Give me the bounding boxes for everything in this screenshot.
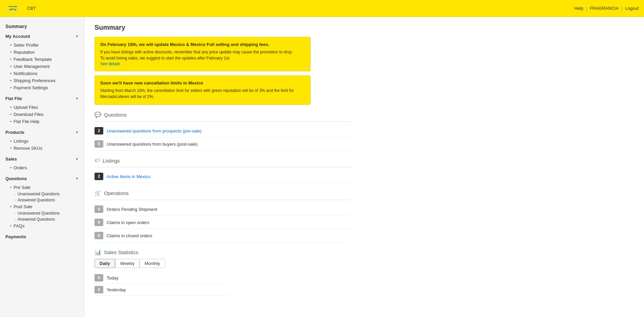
sidebar-section-products[interactable]: Products ▼ [0, 127, 84, 138]
tab-monthly[interactable]: Monthly [139, 259, 165, 268]
tab-daily[interactable]: Daily [95, 259, 115, 268]
badge-unanswered-post: 0 [95, 140, 103, 148]
sidebar-item-download-files[interactable]: Download Files [5, 111, 79, 118]
logout-link[interactable]: Logout [625, 6, 639, 11]
header-sep-2: | [621, 6, 622, 11]
user-label: FRAGRANCIA [590, 6, 619, 11]
sidebar-item-payment-settings[interactable]: Payment Settings [5, 84, 79, 91]
sidebar-section-label-payments: Payments [5, 234, 26, 239]
operations-row-pending: 0 Orders Pending Shipment [95, 203, 351, 216]
main-content: Summary On February 10th, we will update… [84, 17, 644, 317]
sidebar-item-user-management[interactable]: User Management [5, 63, 79, 70]
orders-pending-text: Orders Pending Shipment [107, 207, 157, 212]
sidebar-item-faqs[interactable]: FAQs [5, 222, 79, 229]
sidebar-section-label-flat-file: Flat File [5, 96, 22, 101]
claims-closed-text: Claims in closed orders [107, 233, 152, 238]
claims-open-text: Claims in open orders [107, 220, 149, 225]
cart-icon: 🛒 [95, 190, 101, 196]
sidebar-item-seller-profile[interactable]: Seller Profile [5, 42, 79, 49]
unanswered-post-sale-text: Unanswered questions from buyers (post-s… [107, 142, 198, 147]
sidebar-summary-title: Summary [0, 20, 84, 31]
sidebar-items-sales: Orders [0, 164, 84, 173]
operations-row-claims-open: 0 Claims in open orders [95, 216, 351, 229]
badge-active-mexico: 2 [95, 173, 103, 180]
sidebar-section-label-questions: Questions [5, 176, 27, 181]
sidebar-item-notifications[interactable]: Notifications [5, 70, 79, 77]
alert-banner-cancellation: Soon we'll have new cancellation limits … [95, 75, 311, 105]
questions-row-pre-sale: 2 Unanswered questions from prospects (p… [95, 124, 351, 138]
sidebar-subitem-unanswered-pre[interactable]: Unanswered Questions [5, 191, 79, 197]
header-right: Help | FRAGRANCIA | Logout [574, 6, 639, 11]
sidebar-item-orders[interactable]: Orders [5, 164, 79, 171]
sidebar-item-listings[interactable]: Listings [5, 138, 79, 145]
sidebar-item-reputation[interactable]: Reputation [5, 49, 79, 56]
sidebar-section-label-sales: Sales [5, 156, 17, 162]
today-text: Today [107, 275, 118, 281]
sidebar-item-remove-skus[interactable]: Remove SKUs [5, 145, 79, 152]
alert-fees-title: On February 10th, we will update Mexico … [100, 42, 305, 47]
sidebar-item-pre-sale[interactable]: Pre Sale [5, 184, 79, 191]
sales-statistics-tabs: Daily Weekly Monthly [95, 259, 634, 268]
unanswered-pre-sale-link[interactable]: Unanswered questions from prospects (pre… [107, 128, 202, 133]
sidebar-section-label-my-account: My Account [5, 34, 30, 39]
badge-claims-open: 0 [95, 219, 103, 226]
sidebar-item-post-sale[interactable]: Post Sale [5, 203, 79, 210]
mercadolibre-logo: mercado libre [5, 2, 20, 15]
sidebar-subitem-answered-post[interactable]: Answered Questions [5, 216, 79, 222]
active-items-mexico-link[interactable]: Active Items in Mexico [107, 174, 150, 179]
chevron-down-icon-3: ▼ [75, 130, 79, 134]
sidebar-item-upload-files[interactable]: Upload Files [5, 104, 79, 111]
sidebar-item-flat-file-help[interactable]: Flat File Help [5, 118, 79, 125]
layout: Summary My Account ▼ Seller Profile Repu… [0, 17, 644, 317]
listings-section-label: Listings [103, 158, 120, 164]
questions-section-header: 💬 Questions [95, 112, 634, 118]
logo-area: mercado libre CBT [5, 2, 36, 15]
svg-text:libre: libre [11, 8, 15, 10]
chevron-down-icon-2: ▼ [75, 97, 79, 100]
app-name: CBT [27, 6, 36, 11]
chevron-down-icon-4: ▼ [75, 157, 79, 161]
svg-point-3 [9, 9, 11, 11]
chevron-down-icon-5: ▼ [75, 177, 79, 180]
tab-weekly[interactable]: Weekly [115, 259, 139, 268]
stats-row-today: 0 Today [95, 272, 230, 284]
sidebar-section-label-products: Products [5, 130, 24, 135]
alert-fees-body: If you have listings with active discoun… [100, 49, 305, 61]
listings-section-header: 🏷 Listings [95, 157, 634, 164]
bar-chart-icon: 📊 [95, 249, 101, 255]
sidebar-section-questions[interactable]: Questions ▼ [0, 173, 84, 184]
questions-divider [95, 121, 351, 122]
svg-text:mercado: mercado [8, 5, 17, 7]
tag-icon: 🏷 [95, 157, 100, 164]
alert-banner-fees: On February 10th, we will update Mexico … [95, 37, 311, 71]
sales-statistics-section-label: Sales Statistics [104, 249, 138, 255]
sidebar-items-products: Listings Remove SKUs [0, 138, 84, 154]
listings-divider [95, 167, 351, 167]
badge-yesterday: 0 [95, 286, 103, 293]
sidebar-section-flat-file[interactable]: Flat File ▼ [0, 93, 84, 104]
header-sep-1: | [586, 6, 587, 11]
alert-cancellation-title: Soon we'll have new cancellation limits … [100, 80, 305, 86]
header: mercado libre CBT Help | FRAGRANCIA | Lo… [0, 0, 644, 17]
operations-section-label: Operations [104, 190, 129, 196]
operations-section-header: 🛒 Operations [95, 190, 634, 196]
sales-statistics-section-header: 📊 Sales Statistics [95, 249, 634, 255]
listings-row-active-mexico: 2 Active Items in Mexico [95, 170, 351, 183]
operations-divider [95, 200, 351, 200]
badge-claims-closed: 0 [95, 232, 103, 239]
badge-today: 0 [95, 274, 103, 282]
yesterday-text: Yesterday [107, 287, 126, 292]
sidebar-subitem-answered-pre[interactable]: Answered Questions [5, 197, 79, 203]
sidebar-item-feedback-template[interactable]: Feedback Template [5, 56, 79, 63]
help-link[interactable]: Help [574, 6, 583, 11]
alert-fees-link[interactable]: See details [100, 62, 120, 66]
badge-unanswered-pre: 2 [95, 127, 103, 135]
chevron-down-icon: ▼ [75, 34, 79, 38]
sidebar-section-payments[interactable]: Payments [0, 231, 84, 242]
sidebar-items-flat-file: Upload Files Download Files Flat File He… [0, 104, 84, 127]
sidebar-item-shipping-preferences[interactable]: Shipping Preferences [5, 77, 79, 84]
alert-cancellation-body: Starting from March 10th, the cancellati… [100, 88, 305, 100]
sidebar-subitem-unanswered-post[interactable]: Unanswered Questions [5, 210, 79, 216]
sidebar-section-my-account[interactable]: My Account ▼ [0, 31, 84, 42]
sidebar-section-sales[interactable]: Sales ▼ [0, 154, 84, 164]
